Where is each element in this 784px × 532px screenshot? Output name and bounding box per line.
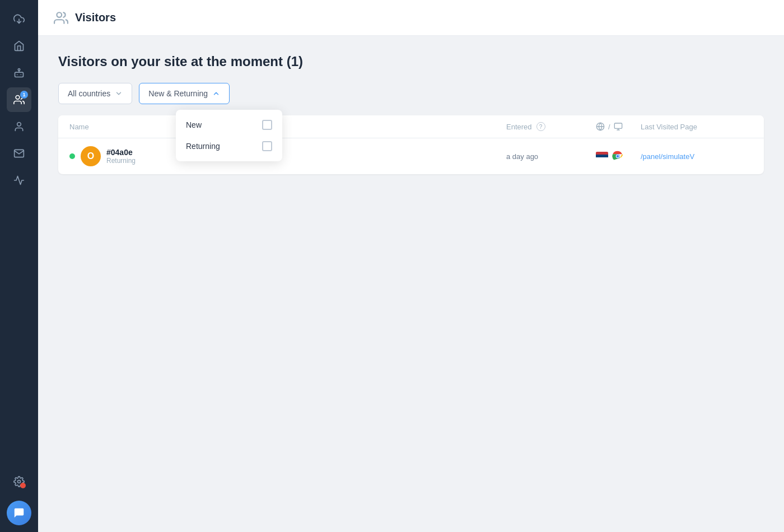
header-visitors-icon	[54, 11, 68, 25]
sidebar-item-bot[interactable]	[7, 60, 31, 85]
svg-point-5	[16, 96, 20, 100]
dropdown-item-returning[interactable]: Returning	[176, 136, 282, 157]
returning-checkbox[interactable]	[262, 141, 272, 151]
dropdown-item-new[interactable]: New	[176, 114, 282, 136]
country-filter-button[interactable]: All countries	[58, 83, 132, 104]
country-chevron-icon	[115, 90, 123, 97]
monitor-icon	[614, 122, 623, 131]
online-indicator	[69, 153, 75, 159]
main-content: Visitors Visitors on your site at the mo…	[38, 0, 784, 532]
col-header-entered: Entered ?	[506, 122, 596, 131]
filters-row: All countries New & Returning New Return	[58, 83, 764, 104]
visitors-table: Name Entered ? /	[58, 115, 764, 174]
page-content: Visitors on your site at the moment (1) …	[38, 36, 784, 532]
sidebar-item-home[interactable]	[7, 34, 31, 58]
browser-cell	[596, 150, 641, 162]
header-title: Visitors	[75, 11, 116, 24]
visitors-badge: 1	[20, 91, 28, 99]
entered-help-icon[interactable]: ?	[536, 122, 545, 131]
svg-rect-11	[614, 123, 622, 128]
page-header: Visitors	[38, 0, 784, 36]
table-header: Name Entered ? /	[58, 115, 764, 138]
new-checkbox[interactable]	[262, 120, 272, 130]
svg-point-16	[617, 155, 619, 158]
visitor-type-label: Returning	[106, 157, 136, 165]
table-row: O #04a0e Returning a day ago	[58, 138, 764, 174]
chrome-browser-icon	[612, 150, 624, 162]
avatar: O	[81, 146, 101, 166]
svg-point-8	[57, 12, 62, 17]
visitor-type-filter-label: New & Returning	[148, 89, 208, 98]
country-flag	[596, 152, 608, 161]
visitor-type-filter-button[interactable]: New & Returning	[139, 83, 230, 104]
sidebar-item-mail[interactable]	[7, 141, 31, 166]
col-header-last-page: Last Visited Page	[641, 122, 753, 131]
settings-red-dot	[20, 483, 26, 488]
page-title: Visitors on your site at the moment (1)	[58, 54, 764, 69]
visitor-type-chevron-icon	[212, 90, 220, 97]
visitor-name: #04a0e	[106, 148, 136, 157]
country-filter-label: All countries	[68, 89, 110, 98]
sidebar-item-visitors[interactable]: 1	[7, 87, 31, 112]
col-header-browser: /	[596, 122, 641, 131]
globe-icon	[596, 122, 605, 131]
flag-stripe-white	[596, 157, 608, 161]
sidebar: 1	[0, 0, 38, 532]
svg-rect-1	[15, 72, 24, 77]
sidebar-item-analytics[interactable]	[7, 168, 31, 193]
dropdown-item-returning-label: Returning	[186, 142, 220, 151]
last-page-cell: /panel/simulateV	[641, 152, 753, 161]
col-header-empty	[249, 122, 506, 131]
sidebar-item-settings[interactable]	[7, 469, 31, 494]
visitor-type-dropdown: New Returning	[176, 110, 282, 161]
entered-cell: a day ago	[506, 152, 596, 161]
sidebar-item-contacts[interactable]	[7, 114, 31, 139]
sidebar-item-inbox[interactable]	[7, 7, 31, 31]
dropdown-item-new-label: New	[186, 120, 202, 129]
svg-point-6	[17, 123, 21, 127]
svg-point-7	[18, 480, 21, 483]
chat-bubble-button[interactable]	[7, 501, 31, 525]
